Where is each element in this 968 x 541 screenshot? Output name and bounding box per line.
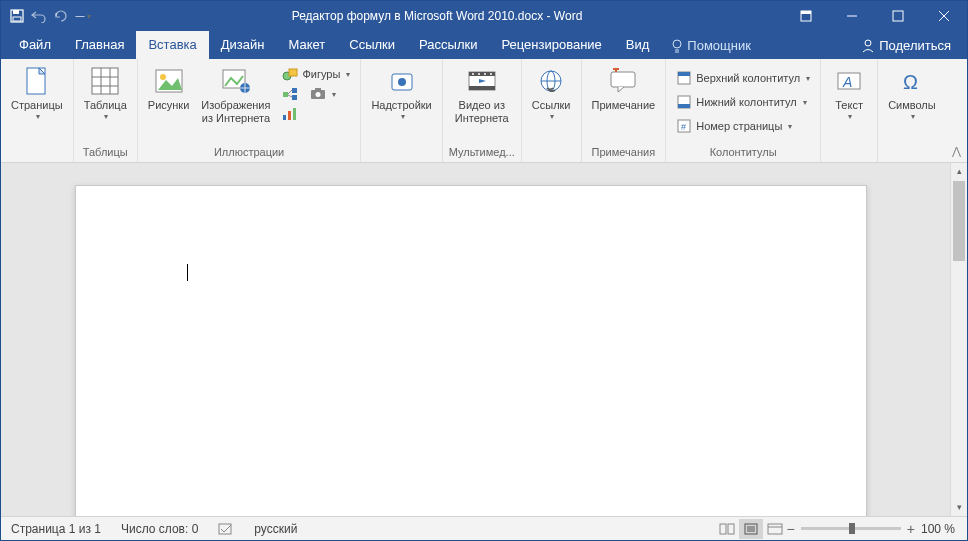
save-icon[interactable]	[9, 8, 25, 24]
comment-icon	[607, 65, 639, 97]
shapes-icon	[282, 66, 298, 82]
symbol-icon: Ω	[896, 65, 928, 97]
svg-line-29	[288, 95, 292, 97]
chart-icon	[282, 106, 298, 122]
vertical-scrollbar[interactable]: ▴ ▾	[950, 163, 967, 516]
svg-rect-40	[469, 86, 495, 90]
text-cursor	[187, 264, 188, 281]
svg-rect-6	[893, 11, 903, 21]
page-number-icon: #	[676, 118, 692, 134]
table-button[interactable]: Таблица	[80, 63, 131, 123]
zoom-slider-thumb[interactable]	[849, 523, 855, 534]
screenshot-button[interactable]	[306, 85, 340, 103]
tab-file[interactable]: Файл	[7, 31, 63, 59]
read-mode-icon[interactable]	[715, 519, 739, 539]
svg-point-41	[472, 73, 474, 75]
svg-rect-34	[288, 111, 291, 120]
text-button[interactable]: A Текст	[827, 63, 871, 123]
minimize-icon[interactable]	[829, 1, 875, 31]
share-label: Поделиться	[879, 38, 951, 53]
table-icon	[89, 65, 121, 97]
group-addins: Надстройки	[361, 59, 442, 162]
symbols-button[interactable]: Ω Символы	[884, 63, 940, 123]
group-tables: Таблица Таблицы	[74, 59, 138, 162]
svg-line-28	[288, 90, 292, 94]
scroll-thumb[interactable]	[953, 181, 965, 261]
svg-rect-1	[13, 10, 19, 14]
tab-layout[interactable]: Макет	[276, 31, 337, 59]
svg-rect-27	[292, 95, 297, 100]
footer-button[interactable]: Нижний колонтитул	[672, 93, 814, 111]
group-comments: Примечание Примечания	[582, 59, 667, 162]
online-picture-icon	[220, 65, 252, 97]
tab-mailings[interactable]: Рассылки	[407, 31, 489, 59]
web-layout-icon[interactable]	[763, 519, 787, 539]
page-number-button[interactable]: # Номер страницы	[672, 117, 814, 135]
svg-rect-62	[728, 524, 734, 534]
print-layout-icon[interactable]	[739, 519, 763, 539]
tab-references[interactable]: Ссылки	[337, 31, 407, 59]
online-pictures-button[interactable]: Изображенияиз Интернета	[197, 63, 274, 127]
svg-text:A: A	[842, 74, 852, 90]
status-language[interactable]: русский	[244, 522, 307, 536]
group-header-footer: Верхний колонтитул Нижний колонтитул # Н…	[666, 59, 821, 162]
shapes-label: Фигуры	[302, 68, 340, 80]
zoom-out-button[interactable]: −	[787, 521, 795, 537]
ribbon-display-options-icon[interactable]	[783, 1, 829, 31]
page-number-label: Номер страницы	[696, 120, 782, 132]
text-label: Текст	[835, 99, 863, 112]
pictures-button[interactable]: Рисунки	[144, 63, 194, 114]
tab-review[interactable]: Рецензирование	[489, 31, 613, 59]
zoom-slider[interactable]	[801, 527, 901, 530]
svg-point-42	[478, 73, 480, 75]
shapes-button[interactable]: Фигуры	[278, 65, 354, 83]
svg-rect-54	[678, 104, 690, 108]
tab-home[interactable]: Главная	[63, 31, 136, 59]
svg-rect-4	[801, 11, 811, 14]
scroll-down-icon[interactable]: ▾	[951, 499, 967, 516]
addins-button[interactable]: Надстройки	[367, 63, 435, 123]
pages-button[interactable]: Страницы	[7, 63, 67, 123]
qat-customize-icon[interactable]: ―	[75, 8, 91, 24]
smartart-button[interactable]	[278, 85, 302, 103]
tell-me[interactable]: Помощник	[661, 38, 761, 59]
undo-icon[interactable]	[31, 8, 47, 24]
quick-access-toolbar: ―	[1, 8, 91, 24]
title-bar: ― Редактор формул в Microsoft Word 2010.…	[1, 1, 967, 31]
lightbulb-icon	[671, 39, 683, 53]
zoom-in-button[interactable]: +	[907, 521, 915, 537]
svg-rect-14	[92, 68, 118, 94]
online-video-button[interactable]: Видео изИнтернета	[451, 63, 513, 127]
group-illustrations: Рисунки Изображенияиз Интернета Фигуры И…	[138, 59, 362, 162]
close-icon[interactable]	[921, 1, 967, 31]
ribbon-tabs: Файл Главная Вставка Дизайн Макет Ссылки…	[1, 31, 967, 59]
group-symbols: Ω Символы	[878, 59, 946, 162]
header-icon	[676, 70, 692, 86]
links-label: Ссылки	[532, 99, 571, 112]
window-title: Редактор формул в Microsoft Word 2010.do…	[91, 9, 783, 23]
svg-point-37	[398, 78, 406, 86]
status-proofing[interactable]	[208, 522, 244, 536]
zoom-level[interactable]: 100 %	[921, 522, 955, 536]
status-words[interactable]: Число слов: 0	[111, 522, 208, 536]
comment-button[interactable]: Примечание	[588, 63, 660, 114]
share-button[interactable]: Поделиться	[851, 38, 961, 59]
links-button[interactable]: Ссылки	[528, 63, 575, 123]
tab-design[interactable]: Дизайн	[209, 31, 277, 59]
group-text: A Текст	[821, 59, 878, 162]
status-page[interactable]: Страница 1 из 1	[1, 522, 111, 536]
chart-button[interactable]	[278, 105, 354, 123]
document-page[interactable]	[75, 185, 867, 516]
addins-label: Надстройки	[371, 99, 431, 112]
pictures-label: Рисунки	[148, 99, 190, 112]
tab-view[interactable]: Вид	[614, 31, 662, 59]
redo-icon[interactable]	[53, 8, 69, 24]
headerfooter-group-label: Колонтитулы	[710, 144, 777, 160]
header-button[interactable]: Верхний колонтитул	[672, 69, 814, 87]
maximize-icon[interactable]	[875, 1, 921, 31]
group-media: Видео изИнтернета Мультимед...	[443, 59, 522, 162]
scroll-up-icon[interactable]: ▴	[951, 163, 967, 180]
collapse-ribbon-icon[interactable]: ⋀	[952, 145, 961, 158]
tab-insert[interactable]: Вставка	[136, 31, 208, 59]
status-bar: Страница 1 из 1 Число слов: 0 русский − …	[1, 516, 967, 540]
